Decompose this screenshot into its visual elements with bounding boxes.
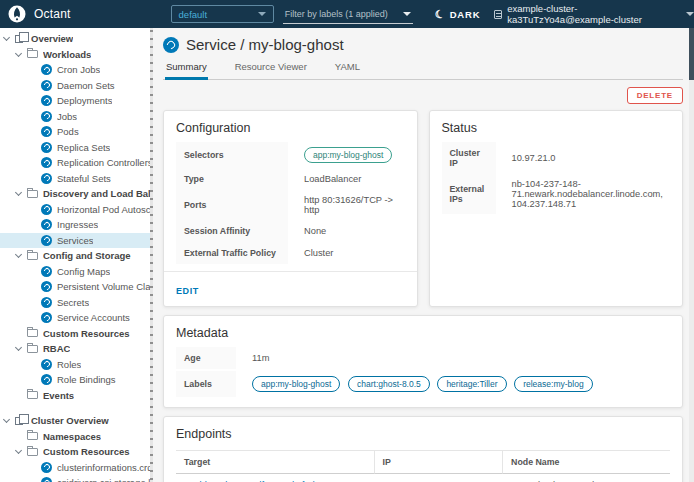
page-title: Service / my-blog-ghost: [186, 36, 344, 53]
sidebar-item-overview[interactable]: Overview: [0, 31, 150, 47]
configuration-title: Configuration: [164, 111, 417, 142]
sidebar-item-role-bindings[interactable]: Role Bindings: [0, 372, 150, 388]
folder-icon: [27, 252, 38, 260]
namespace-dropdown[interactable]: default: [171, 5, 274, 23]
caret-down-icon[interactable]: [15, 344, 22, 351]
table-row: my-blog-ghost-77df85c6cd-vf6dx 10.244.2.…: [176, 474, 670, 482]
sidebar-item-roles[interactable]: Roles: [0, 357, 150, 373]
caret-down-icon[interactable]: [3, 416, 10, 423]
label-filter-text: Filter by labels (1 applied): [285, 9, 388, 19]
delete-button[interactable]: DELETE: [627, 87, 683, 104]
resource-icon: [41, 477, 52, 482]
config-label-ports: Ports: [176, 190, 288, 220]
resource-icon: [41, 80, 52, 91]
window-scrollbar[interactable]: [689, 28, 694, 482]
label-filter-input[interactable]: Filter by labels (1 applied): [283, 4, 413, 24]
app-name: Octant: [34, 7, 71, 21]
sidebar-item-jobs[interactable]: Jobs: [0, 109, 150, 125]
sidebar-item-config-maps[interactable]: Config Maps: [0, 264, 150, 280]
sidebar-item-stateful-sets[interactable]: Stateful Sets: [0, 171, 150, 187]
config-label-session-affinity: Session Affinity: [176, 220, 288, 242]
navigation-sidebar: Overview Workloads Cron Jobs Daemon Sets…: [0, 28, 150, 482]
sidebar-item-horizontal-pod-autoscalers[interactable]: Horizontal Pod Autoscalers: [0, 202, 150, 218]
sidebar-item-daemon-sets[interactable]: Daemon Sets: [0, 78, 150, 94]
resource-icon: [41, 142, 52, 153]
tab-summary[interactable]: Summary: [165, 61, 208, 80]
caret-down-icon[interactable]: [3, 34, 10, 41]
column-header-node-name: Node Name: [502, 451, 670, 474]
app-header: Octant default Filter by labels (1 appli…: [0, 0, 694, 28]
theme-toggle-label: DARK: [450, 9, 481, 20]
label-tag-heritage[interactable]: heritage:Tiller: [437, 376, 506, 392]
sidebar-item-cluster-overview[interactable]: Cluster Overview: [0, 413, 150, 429]
label-tag-app[interactable]: app:my-blog-ghost: [252, 376, 340, 392]
chevron-down-icon: [258, 12, 266, 16]
metadata-label-labels: Labels: [176, 371, 236, 397]
sidebar-item-deployments[interactable]: Deployments: [0, 93, 150, 109]
folder-icon: [27, 345, 38, 353]
resource-icon: [41, 173, 52, 184]
sidebar-item-secrets[interactable]: Secrets: [0, 295, 150, 311]
resource-icon: [41, 157, 52, 168]
resource-icon: [41, 374, 52, 385]
sidebar-item-service-accounts[interactable]: Service Accounts: [0, 310, 150, 326]
sidebar-item-clusterinformations[interactable]: clusterinformations.crd.projec: [0, 460, 150, 476]
sidebar-item-namespaces[interactable]: Namespaces: [0, 429, 150, 445]
layers-icon: [15, 35, 23, 43]
cluster-context-label: example-cluster-ka3TuTzYo4a@example-clus…: [507, 3, 679, 25]
status-label-cluster-ip: Cluster IP: [442, 142, 496, 174]
service-resource-icon: [163, 37, 179, 53]
resource-icon: [41, 297, 52, 308]
tab-bar: Summary Resource Viewer YAML: [163, 61, 683, 80]
resource-icon: [41, 111, 52, 122]
tab-resource-viewer[interactable]: Resource Viewer: [234, 61, 308, 79]
sidebar-item-workloads[interactable]: Workloads: [0, 47, 150, 63]
sidebar-item-pods[interactable]: Pods: [0, 124, 150, 140]
moon-icon: ☾: [434, 7, 447, 20]
folder-icon: [27, 50, 38, 58]
sidebar-item-events[interactable]: Events: [0, 388, 150, 404]
column-header-ip: IP: [374, 451, 502, 474]
sidebar-item-replica-sets[interactable]: Replica Sets: [0, 140, 150, 156]
selector-tag[interactable]: app:my-blog-ghost: [304, 147, 392, 163]
folder-icon: [27, 432, 38, 440]
label-tag-release[interactable]: release:my-blog: [514, 376, 592, 392]
sidebar-item-discovery-and-load-balancing[interactable]: Discovery and Load Balancing: [0, 186, 150, 202]
resource-icon: [41, 204, 52, 215]
folder-icon: [27, 448, 38, 456]
cluster-icon: [494, 10, 502, 19]
config-label-selectors: Selectors: [176, 142, 288, 168]
resource-icon: [41, 359, 52, 370]
sidebar-item-cron-jobs[interactable]: Cron Jobs: [0, 62, 150, 78]
caret-down-icon[interactable]: [15, 50, 22, 57]
status-value-external-ips: nb-104-237-148-71.newark.nodebalancer.li…: [496, 174, 671, 214]
resource-icon: [41, 235, 52, 246]
sidebar-item-ingresses[interactable]: Ingresses: [0, 217, 150, 233]
sidebar-item-cluster-custom-resources[interactable]: Custom Resources: [0, 444, 150, 460]
config-value-session-affinity: None: [288, 221, 326, 241]
sidebar-item-config-and-storage[interactable]: Config and Storage: [0, 248, 150, 264]
caret-down-icon[interactable]: [15, 447, 22, 454]
sidebar-item-persistent-volume-claims[interactable]: Persistent Volume Claims: [0, 279, 150, 295]
sidebar-item-custom-resources[interactable]: Custom Resources: [0, 326, 150, 342]
theme-toggle-button[interactable]: ☾ DARK: [435, 9, 480, 20]
caret-down-icon[interactable]: [15, 189, 22, 196]
octant-logo-icon: [8, 5, 26, 23]
resource-icon: [41, 312, 52, 323]
sidebar-item-csidrivers[interactable]: csidrivers.csi.storage.k8s.io: [0, 475, 150, 482]
metadata-card: Metadata Age 11m Labels app:my-blog-ghos…: [163, 315, 683, 408]
tab-yaml[interactable]: YAML: [334, 61, 361, 79]
sidebar-item-rbac[interactable]: RBAC: [0, 341, 150, 357]
sidebar-item-services[interactable]: Services: [0, 233, 150, 249]
endpoint-ip: 10.244.2.3: [374, 474, 502, 482]
label-tag-chart[interactable]: chart:ghost-8.0.5: [348, 376, 430, 392]
sidebar-item-replication-controllers[interactable]: Replication Controllers: [0, 155, 150, 171]
config-label-external-traffic-policy: External Traffic Policy: [176, 242, 288, 264]
edit-link[interactable]: EDIT: [176, 286, 199, 296]
scrollbar-thumb[interactable]: [689, 28, 694, 80]
cluster-context-dropdown[interactable]: example-cluster-ka3TuTzYo4a@example-clus…: [494, 3, 694, 25]
resource-icon: [41, 266, 52, 277]
resource-icon: [41, 219, 52, 230]
caret-down-icon[interactable]: [15, 251, 22, 258]
resource-icon: [41, 64, 52, 75]
